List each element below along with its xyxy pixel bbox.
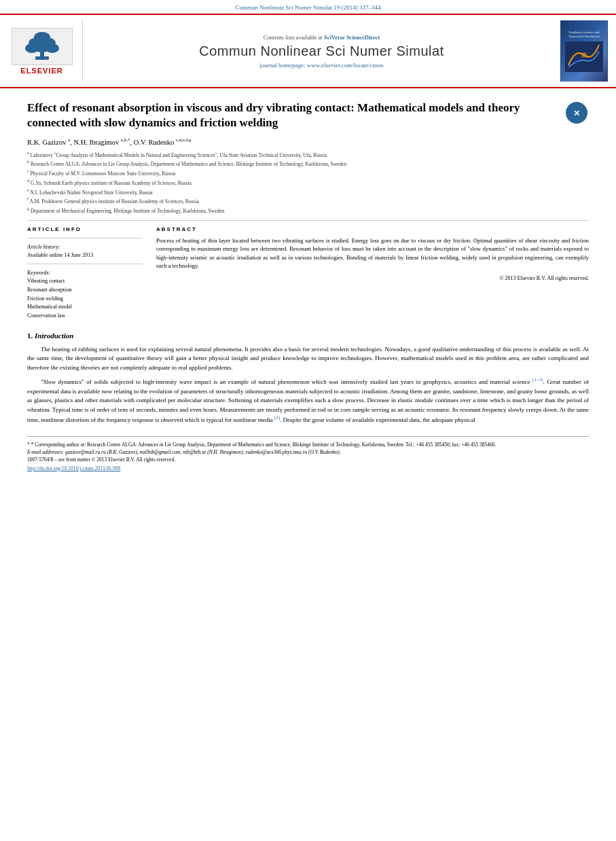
paper-title: Effect of resonant absorption in viscous… xyxy=(27,101,558,130)
journal-homepage: journal homepage: www.elsevier.com/locat… xyxy=(259,62,383,69)
introduction-section-title: 1. Introduction xyxy=(27,332,589,340)
article-info-column: ARTICLE INFO Article history: Available … xyxy=(27,226,143,321)
keyword-3: Friction welding xyxy=(27,295,143,304)
svg-point-9 xyxy=(581,52,587,58)
issn-text: 1007-5704/$ – see front matter © 2013 El… xyxy=(27,457,175,463)
keyword-4: Mathematical model xyxy=(27,303,143,312)
svg-text:✕: ✕ xyxy=(573,109,580,118)
affiliation-d: G.Yu. Schmidt Earth physics institute of… xyxy=(31,179,192,185)
citation-bar: Commun Nonlinear Sci Numer Simulat 19 (2… xyxy=(0,0,616,14)
doi-text[interactable]: http://dx.doi.org/10.1016/j.cnsns.2013.0… xyxy=(27,465,120,471)
keyword-1: Vibrating contact xyxy=(27,277,143,286)
journal-thumbnail: Nonlinear Science and Numerical Simulati… xyxy=(560,20,608,82)
article-info-title: ARTICLE INFO xyxy=(27,226,143,232)
affiliation-b: Research Centre ALGA: Advances in Lie Gr… xyxy=(31,161,346,167)
keywords-title: Keywords: xyxy=(27,270,143,276)
homepage-label: journal homepage: xyxy=(259,62,305,69)
ref-3[interactable]: [3] xyxy=(274,415,280,420)
thumb-title: Nonlinear Science and Numerical Simulati… xyxy=(564,31,604,39)
affiliation-g: Department of Mechanical Engineering, Bl… xyxy=(31,208,224,214)
affiliation-f: A.M. Prokhorov General physics institute… xyxy=(29,198,198,204)
keyword-5: Conservation law xyxy=(27,312,143,321)
history-label: Article history: xyxy=(27,244,143,250)
crossmark-badge[interactable]: ✕ xyxy=(564,101,589,125)
journal-center-header: Contents lists available at SciVerse Sci… xyxy=(90,20,554,82)
affiliations: a Laboratory "Group Analysis of Mathemat… xyxy=(27,150,589,215)
abstract-title: ABSTRACT xyxy=(156,226,589,232)
affiliation-a: Laboratory "Group Analysis of Mathematic… xyxy=(31,151,327,158)
main-content: Effect of resonant absorption in viscous… xyxy=(0,88,616,471)
affiliation-c: Physical Faculty of M.V. Lomonosov Mosco… xyxy=(31,171,176,177)
intro-paragraph-2: "Slow dynamics" of solids subjected to h… xyxy=(27,376,589,425)
authors: R.K. Gazizov a, N.H. Ibragimov a,b,*, O.… xyxy=(27,137,589,146)
copyright: © 2013 Elsevier B.V. All rights reserved… xyxy=(156,275,589,281)
homepage-url[interactable]: www.elsevier.com/locate/cnsns xyxy=(307,62,384,69)
info-abstract-columns: ARTICLE INFO Article history: Available … xyxy=(27,226,589,321)
journal-thumb-inner: Nonlinear Science and Numerical Simulati… xyxy=(561,20,607,82)
corresponding-footnote: * * Corresponding author at: Research Ce… xyxy=(27,441,589,448)
svg-point-7 xyxy=(34,32,50,43)
affiliation-e: N.I. Lobachevski Nizhni Novgorod State U… xyxy=(31,189,153,195)
intro-p1-text: The heating of rubbing surfaces is used … xyxy=(27,346,589,371)
abstract-text: Process of heating of thin layer located… xyxy=(156,236,589,270)
sciverse-line: Contents lists available at SciVerse Sci… xyxy=(264,34,380,41)
keywords-divider xyxy=(27,264,143,264)
sciverse-link[interactable]: SciVerse ScienceDirect xyxy=(324,34,380,41)
elsevier-logo-image xyxy=(12,28,73,65)
doi-link[interactable]: http://dx.doi.org/10.1016/j.cnsns.2013.0… xyxy=(27,465,589,471)
available-online: Available online 14 June 2013 xyxy=(27,252,143,258)
journal-header: ELSEVIER Contents lists available at Sci… xyxy=(0,14,616,88)
much-longer-phrase: much longer xyxy=(512,397,543,404)
keywords-list: Vibrating contact Resonant absorption Fr… xyxy=(27,277,143,321)
info-divider xyxy=(27,238,143,238)
issn-footnote: 1007-5704/$ – see front matter © 2013 El… xyxy=(27,456,589,463)
intro-paragraph-1: The heating of rubbing surfaces is used … xyxy=(27,345,589,373)
corresponding-footnote-text: * Corresponding author at: Research Cent… xyxy=(31,442,496,448)
keyword-2: Resonant absorption xyxy=(27,286,143,295)
ref-1-3[interactable]: [1–3] xyxy=(532,377,543,382)
citation-text: Commun Nonlinear Sci Numer Simulat 19 (2… xyxy=(235,4,380,11)
email-footnote: E-mail addresses: gazizov@mail.ru.ru (R.… xyxy=(27,448,589,456)
email-footnote-text: E-mail addresses: gazizov@mail.ru.ru (R.… xyxy=(27,449,341,455)
paper-title-section: Effect of resonant absorption in viscous… xyxy=(27,88,589,137)
section-name: Introduction xyxy=(35,332,73,340)
section-number: 1. xyxy=(27,332,35,340)
abstract-section: ABSTRACT Process of heating of thin laye… xyxy=(156,226,589,321)
elsevier-wordmark: ELSEVIER xyxy=(20,67,62,75)
journal-title-header: Commun Nonlinear Sci Numer Simulat xyxy=(199,43,443,59)
footnote-section: * * Corresponding author at: Research Ce… xyxy=(27,436,589,471)
intro-p2-text: "Slow dynamics" of solids subjected to h… xyxy=(27,378,589,423)
crossmark-icon: ✕ xyxy=(566,102,587,124)
elsevier-logo: ELSEVIER xyxy=(8,20,83,82)
section-divider xyxy=(27,220,589,221)
